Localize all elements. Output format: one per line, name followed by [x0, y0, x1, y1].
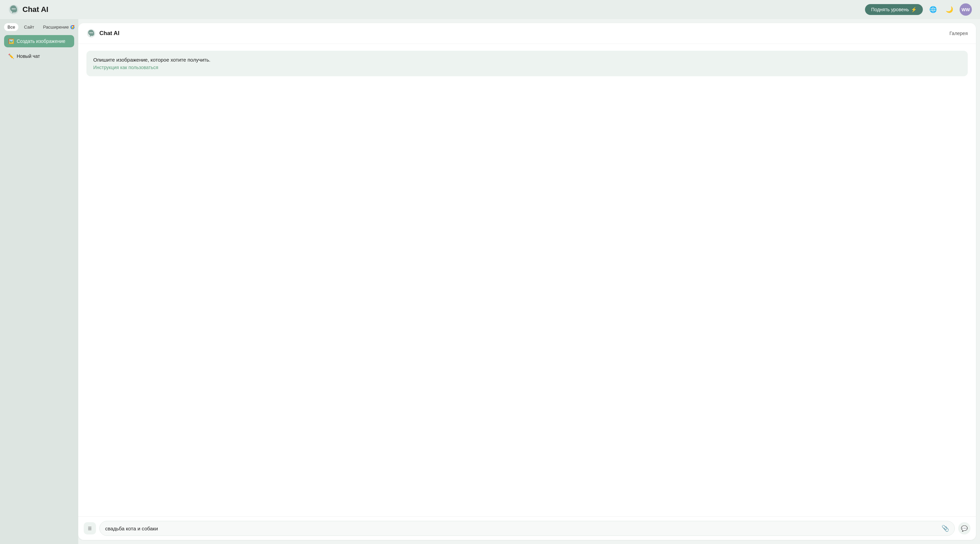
- chat-logo-icon: [86, 29, 96, 38]
- upgrade-lightning-icon: ⚡: [911, 7, 917, 12]
- content-area: Chat AI Галерея Опишите изображение, кот…: [78, 19, 980, 544]
- chat-title: Chat AI: [99, 30, 119, 37]
- gallery-link[interactable]: Галерея: [950, 30, 968, 36]
- create-image-label: Создать изображение: [17, 38, 65, 44]
- tab-extension[interactable]: Расширение: [40, 23, 78, 31]
- info-card-link[interactable]: Инструкция как пользоваться: [93, 65, 961, 70]
- globe-button[interactable]: 🌐: [927, 3, 939, 16]
- attach-button[interactable]: 📎: [942, 525, 949, 532]
- navbar-right: Поднять уровень ⚡ 🌐 🌙 WW: [865, 3, 972, 16]
- chat-input[interactable]: [105, 526, 939, 531]
- sidebar-tabs: Все Сайт Расширение ♡: [4, 23, 74, 31]
- tab-site[interactable]: Сайт: [21, 23, 37, 31]
- user-avatar[interactable]: WW: [959, 3, 972, 16]
- navbar-left: Chat AI: [8, 4, 48, 15]
- upgrade-button[interactable]: Поднять уровень ⚡: [865, 4, 923, 15]
- theme-toggle-button[interactable]: 🌙: [943, 3, 956, 16]
- upgrade-label: Поднять уровень: [871, 7, 909, 12]
- menu-button[interactable]: ☰: [84, 522, 96, 534]
- paperclip-icon: 📎: [942, 525, 949, 532]
- moon-icon: 🌙: [946, 6, 953, 13]
- app-logo-icon: [8, 4, 19, 15]
- info-card: Опишите изображение, которое хотите полу…: [86, 51, 968, 76]
- chat-input-wrapper: 📎: [99, 521, 955, 536]
- svg-point-8: [91, 32, 92, 34]
- extension-chrome-icon: [70, 25, 75, 30]
- chat-window: Chat AI Галерея Опишите изображение, кот…: [78, 23, 976, 540]
- sidebar: Все Сайт Расширение ♡: [0, 19, 78, 544]
- info-card-main-text: Опишите изображение, которое хотите полу…: [93, 57, 961, 63]
- send-button[interactable]: 💬: [958, 522, 970, 534]
- navbar: Chat AI Поднять уровень ⚡ 🌐 🌙 WW: [0, 0, 980, 19]
- new-chat-label: Новый чат: [17, 53, 40, 59]
- chat-header-left: Chat AI: [86, 29, 119, 38]
- sidebar-item-new-chat[interactable]: ✏️ Новый чат: [4, 50, 74, 62]
- chat-body: Опишите изображение, которое хотите полу…: [78, 44, 976, 517]
- globe-icon: 🌐: [929, 6, 937, 13]
- svg-point-9: [92, 32, 93, 34]
- tab-all[interactable]: Все: [4, 23, 18, 31]
- send-icon: 💬: [961, 525, 968, 532]
- svg-point-2: [13, 8, 14, 10]
- new-chat-emoji: ✏️: [8, 53, 14, 59]
- chat-input-area: ☰ 📎 💬: [78, 517, 976, 540]
- svg-point-1: [12, 8, 13, 10]
- create-image-emoji: 🖼️: [8, 38, 14, 44]
- svg-point-7: [89, 32, 91, 34]
- chat-header: Chat AI Галерея: [78, 23, 976, 44]
- app-title: Chat AI: [22, 5, 48, 14]
- sidebar-item-create-image[interactable]: 🖼️ Создать изображение: [4, 35, 74, 47]
- svg-point-3: [14, 8, 16, 10]
- avatar-initials: WW: [962, 7, 970, 12]
- main-layout: Все Сайт Расширение ♡: [0, 19, 980, 544]
- menu-icon: ☰: [88, 526, 92, 531]
